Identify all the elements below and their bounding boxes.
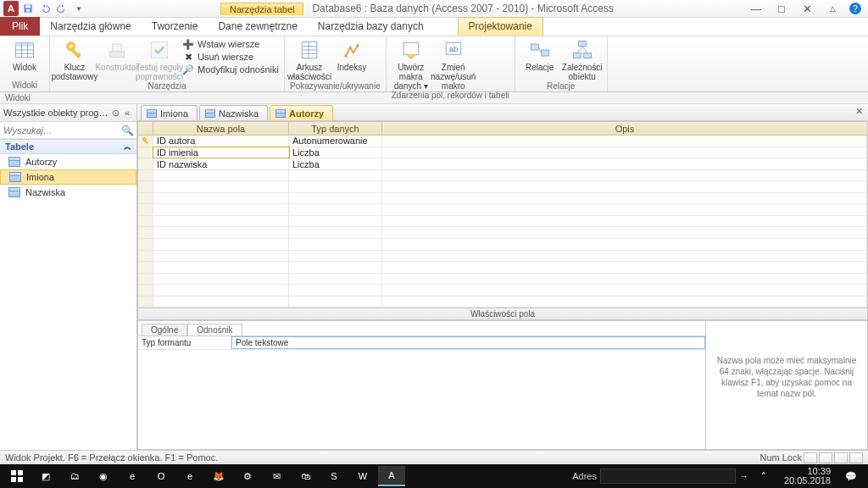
ie-icon[interactable]: e <box>176 466 203 486</box>
view-button[interactable]: Widok <box>5 38 44 72</box>
ribbon-min-icon[interactable]: △ <box>824 4 841 13</box>
field-row[interactable]: ID nazwiska Liczba <box>138 158 867 170</box>
field-row-empty[interactable] <box>138 297 867 308</box>
property-grid[interactable]: Typ formantu Pole tekstowe <box>138 336 705 449</box>
chrome-icon[interactable]: ◉ <box>90 466 117 486</box>
nav-item-nazwiska[interactable]: Nazwiska <box>0 185 136 200</box>
prop-tab-general[interactable]: Ogólne <box>142 324 187 336</box>
word-icon[interactable]: W <box>349 466 376 486</box>
view-switch-other[interactable] <box>849 452 863 463</box>
collapse-icon[interactable]: ︽ <box>124 141 131 152</box>
maximize-button[interactable]: □ <box>773 3 790 15</box>
search-icon[interactable]: 🔍 <box>121 125 134 136</box>
notifications-icon[interactable]: 💬 <box>837 466 865 486</box>
field-type-cell[interactable]: Autonumerowanie <box>289 136 382 147</box>
row-selector[interactable] <box>138 158 153 169</box>
start-button[interactable] <box>3 466 31 486</box>
field-name-cell[interactable]: ID imienia <box>153 147 289 158</box>
field-row-empty[interactable] <box>138 274 867 286</box>
close-button[interactable]: ✕ <box>798 3 815 15</box>
field-desc-cell[interactable] <box>382 147 867 158</box>
indexes-button[interactable]: Indeksy <box>332 38 371 72</box>
doc-tab-imiona[interactable]: Imiona <box>141 105 198 120</box>
skype-icon[interactable]: S <box>320 466 348 486</box>
field-desc-cell[interactable] <box>382 136 867 147</box>
field-row[interactable]: ID imienia Liczba <box>138 147 867 159</box>
tab-create[interactable]: Tworzenie <box>142 17 209 36</box>
taskbar-clock[interactable]: 10:39 20.05.2018 <box>779 467 836 485</box>
nav-pane-dropdown-icon[interactable]: ⊙ <box>109 108 121 119</box>
tab-database-tools[interactable]: Narzędzia bazy danych <box>308 17 434 36</box>
taskview-icon[interactable]: ◩ <box>32 466 59 486</box>
nav-pane-header[interactable]: Wszystkie obiekty progra… ⊙ « <box>0 104 136 122</box>
tab-home[interactable]: Narzędzia główne <box>40 17 141 36</box>
nav-item-imiona[interactable]: Imiona <box>0 169 136 185</box>
field-name-cell[interactable]: ID autora <box>153 136 289 147</box>
object-dependencies-button[interactable]: Zależności obiektu <box>563 38 602 81</box>
col-header-desc[interactable]: Opis <box>382 122 867 135</box>
opera-icon[interactable]: O <box>147 466 175 486</box>
tab-external-data[interactable]: Dane zewnętrzne <box>208 17 307 36</box>
field-row-empty[interactable] <box>138 251 867 263</box>
field-row-empty[interactable] <box>138 227 867 239</box>
col-header-name[interactable]: Nazwa pola <box>153 122 289 135</box>
field-type-cell[interactable]: Liczba <box>289 158 382 169</box>
edge-icon[interactable]: e <box>119 466 146 486</box>
field-row-empty[interactable] <box>138 262 867 274</box>
field-row-empty[interactable] <box>138 170 867 182</box>
mail-icon[interactable]: ✉ <box>263 466 290 486</box>
file-explorer-icon[interactable]: 🗂 <box>61 466 88 486</box>
firefox-icon[interactable]: 🦊 <box>205 466 232 486</box>
undo-icon[interactable] <box>37 1 53 16</box>
prop-tab-lookup[interactable]: Odnośnik <box>187 324 242 336</box>
delete-rows-button[interactable]: ✖Usuń wiersze <box>182 51 279 63</box>
field-row-empty[interactable] <box>138 239 867 251</box>
nav-search-input[interactable] <box>3 125 121 136</box>
field-row-empty[interactable] <box>138 193 867 205</box>
nav-pane-collapse-icon[interactable]: « <box>121 108 133 118</box>
minimize-button[interactable]: — <box>748 3 765 15</box>
tab-design[interactable]: Projektowanie <box>458 17 543 36</box>
field-name-cell[interactable]: ID nazwiska <box>153 158 289 169</box>
rename-delete-macro-button[interactable]: ab Zmień nazwę/usuń makro <box>434 38 473 91</box>
qat-dropdown-icon[interactable]: ▼ <box>71 1 86 16</box>
app-icon[interactable]: A <box>3 1 19 16</box>
property-row[interactable]: Typ formantu Pole tekstowe <box>138 336 705 350</box>
tray-up-icon[interactable]: ˄ <box>750 466 777 486</box>
field-row-empty[interactable] <box>138 216 867 228</box>
field-row-empty[interactable] <box>138 204 867 216</box>
create-data-macros-button[interactable]: Utwórz makra danych ▾ <box>392 38 431 91</box>
relationships-button[interactable]: Relacje <box>520 38 559 72</box>
field-row[interactable]: ID autora Autonumerowanie <box>138 136 867 147</box>
doc-tab-nazwiska[interactable]: Nazwiska <box>199 105 268 120</box>
settings-icon[interactable]: ⚙ <box>234 466 261 486</box>
col-header-type[interactable]: Typ danych <box>289 122 382 135</box>
view-switch-sql[interactable] <box>834 452 848 463</box>
view-switch-datasheet[interactable] <box>804 452 817 463</box>
file-tab[interactable]: Plik <box>0 17 40 36</box>
doc-tab-autorzy[interactable]: Autorzy <box>270 105 333 120</box>
field-row-empty[interactable] <box>138 181 867 193</box>
field-desc-cell[interactable] <box>382 158 867 169</box>
address-field[interactable] <box>600 469 736 484</box>
save-icon[interactable] <box>20 1 36 16</box>
store-icon[interactable]: 🛍 <box>292 466 319 486</box>
access-taskbar-icon[interactable]: A <box>378 466 405 486</box>
doc-close-button[interactable]: ✕ <box>853 106 865 118</box>
primary-key-button[interactable]: Klucz podstawowy <box>55 38 94 81</box>
property-sheet-button[interactable]: Arkusz właściwości <box>290 38 329 81</box>
row-selector[interactable] <box>138 147 153 158</box>
nav-category-tables[interactable]: Tabele ︽ <box>0 139 136 154</box>
insert-rows-button[interactable]: ➕Wstaw wiersze <box>182 38 279 50</box>
nav-item-autorzy[interactable]: Autorzy <box>0 154 136 169</box>
modify-lookups-button[interactable]: 🔎Modyfikuj odnośniki <box>182 64 279 75</box>
redo-icon[interactable] <box>54 1 70 16</box>
field-type-cell[interactable]: Liczba <box>289 147 382 158</box>
row-selector[interactable] <box>138 136 153 147</box>
table-design-grid[interactable]: Nazwa pola Typ danych Opis ID autora Aut… <box>137 121 868 450</box>
address-go-icon[interactable]: → <box>739 471 748 481</box>
field-row-empty[interactable] <box>138 285 867 297</box>
view-switch-design[interactable] <box>819 452 832 463</box>
help-icon[interactable]: ? <box>849 3 861 14</box>
property-value[interactable]: Pole tekstowe <box>231 336 705 349</box>
